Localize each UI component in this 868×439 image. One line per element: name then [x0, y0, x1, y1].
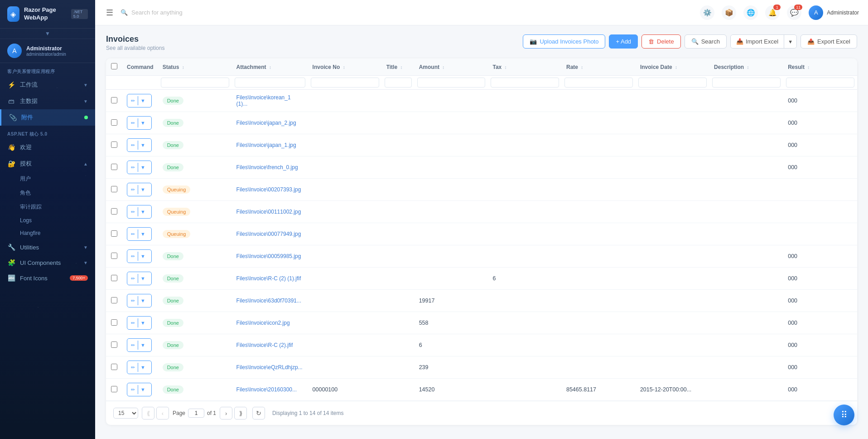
col-rate[interactable]: Rate ↕ — [562, 59, 636, 76]
add-button[interactable]: + Add — [609, 34, 638, 49]
dropdown-arrow-icon[interactable]: ▼ — [138, 118, 148, 127]
row-checkbox[interactable] — [111, 208, 117, 215]
page-number-input[interactable] — [188, 409, 204, 418]
fab-button[interactable]: ⠿ — [834, 405, 854, 425]
menu-toggle-button[interactable]: ☰ — [104, 6, 115, 20]
sidebar-item-roles[interactable]: 角色 — [0, 186, 95, 200]
next-page-button[interactable]: › — [220, 407, 232, 419]
first-page-button[interactable]: ⟪ — [142, 407, 154, 419]
last-page-button[interactable]: ⟫ — [234, 407, 247, 419]
row-checkbox[interactable] — [111, 119, 117, 126]
upload-invoices-button[interactable]: 📷 Upload Invoices Photo — [523, 34, 605, 49]
settings-button[interactable]: ⚙️ — [700, 5, 714, 20]
dropdown-arrow-icon[interactable]: ▼ — [138, 229, 148, 239]
sidebar-item-hangfire[interactable]: Hangfire — [0, 227, 95, 239]
search-button[interactable]: 🔍 Search — [685, 34, 727, 49]
messages-button[interactable]: 💬 11 — [787, 5, 801, 20]
edit-button[interactable]: ✏ ▼ — [127, 227, 152, 241]
row-checkbox[interactable] — [111, 141, 117, 148]
edit-button[interactable]: ✏ ▼ — [127, 361, 152, 374]
edit-button[interactable]: ✏ ▼ — [127, 183, 152, 196]
page-size-select[interactable]: 15 25 50 100 — [113, 408, 138, 419]
notifications-button[interactable]: 🔔 1 — [765, 5, 780, 20]
row-checkbox[interactable] — [111, 275, 117, 281]
delete-button[interactable]: 🗑 Delete — [641, 34, 681, 49]
col-invoice-date[interactable]: Invoice Date ↕ — [636, 59, 709, 76]
cube-button[interactable]: 📦 — [722, 5, 736, 20]
edit-button[interactable]: ✏ ▼ — [127, 316, 152, 330]
edit-button[interactable]: ✏ ▼ — [127, 383, 152, 396]
edit-button[interactable]: ✏ ▼ — [127, 294, 152, 307]
sidebar-item-master-data[interactable]: 🗃 主数据 ▼ — [0, 93, 95, 109]
dropdown-arrow-icon[interactable]: ▼ — [138, 96, 148, 105]
filter-amount-input[interactable] — [417, 78, 486, 88]
sidebar-item-auth[interactable]: 🔐 授权 ▲ — [0, 156, 95, 172]
edit-button[interactable]: ✏ ▼ — [127, 338, 152, 352]
row-checkbox[interactable] — [111, 319, 117, 326]
row-invoice-date — [636, 268, 709, 290]
edit-button[interactable]: ✏ ▼ — [127, 249, 152, 263]
user-menu[interactable]: A Administrator — [809, 5, 859, 20]
filter-description-input[interactable] — [712, 78, 781, 88]
col-status[interactable]: Status ↕ — [158, 59, 232, 76]
col-attachment[interactable]: Attachment ↕ — [232, 59, 308, 76]
col-description[interactable]: Description ↕ — [709, 59, 783, 76]
filter-date-input[interactable] — [638, 78, 707, 88]
sidebar-item-attachment[interactable]: 📎 附件 — [0, 109, 95, 126]
filter-result-input[interactable] — [786, 78, 854, 88]
filter-tax-input[interactable] — [491, 78, 559, 88]
filter-title-input[interactable] — [385, 78, 412, 88]
row-checkbox[interactable] — [111, 386, 117, 392]
edit-button[interactable]: ✏ ▼ — [127, 161, 152, 174]
edit-button[interactable]: ✏ ▼ — [127, 138, 152, 152]
dropdown-arrow-icon[interactable]: ▼ — [138, 296, 148, 305]
select-all-checkbox[interactable] — [111, 63, 117, 69]
col-result[interactable]: Result ↕ — [783, 59, 857, 76]
language-button[interactable]: 🌐 — [743, 5, 758, 20]
sidebar-item-users[interactable]: 用户 — [0, 172, 95, 186]
edit-button[interactable]: ✏ ▼ — [127, 205, 152, 219]
refresh-button[interactable]: ↻ — [252, 407, 265, 419]
dropdown-arrow-icon[interactable]: ▼ — [138, 274, 148, 283]
dropdown-arrow-icon[interactable]: ▼ — [138, 385, 148, 394]
dropdown-arrow-icon[interactable]: ▼ — [138, 163, 148, 172]
edit-button[interactable]: ✏ ▼ — [127, 272, 152, 285]
row-checkbox[interactable] — [111, 297, 117, 303]
filter-attachment-input[interactable] — [235, 78, 305, 88]
import-excel-dropdown[interactable]: ▼ — [784, 35, 796, 48]
col-invoice-no[interactable]: Invoice No ↕ — [308, 59, 382, 76]
sidebar-item-font-icons[interactable]: 🔤 Font Icons 7,500+ — [0, 270, 95, 286]
export-excel-button[interactable]: 📤 Export Excel — [800, 34, 857, 49]
filter-status-input[interactable] — [161, 78, 229, 88]
sidebar-item-logs[interactable]: Logs — [0, 214, 95, 227]
edit-button[interactable]: ✏ ▼ — [127, 94, 152, 107]
sidebar-item-audit[interactable]: 审计跟踪 — [0, 200, 95, 214]
row-checkbox[interactable] — [111, 186, 117, 192]
filter-invoice-no-input[interactable] — [311, 78, 379, 88]
prev-page-button[interactable]: ‹ — [156, 407, 169, 419]
dropdown-arrow-icon[interactable]: ▼ — [138, 318, 148, 327]
col-title[interactable]: Title ↕ — [382, 59, 415, 76]
sidebar-item-welcome[interactable]: 👋 欢迎 — [0, 139, 95, 156]
dropdown-arrow-icon[interactable]: ▼ — [138, 141, 148, 150]
dropdown-arrow-icon[interactable]: ▼ — [138, 185, 148, 194]
col-amount[interactable]: Amount ↕ — [415, 59, 488, 76]
sidebar-toggle[interactable]: ▼ — [0, 29, 95, 39]
dropdown-arrow-icon[interactable]: ▼ — [138, 363, 148, 372]
dropdown-arrow-icon[interactable]: ▼ — [138, 341, 148, 350]
row-checkbox[interactable] — [111, 253, 117, 259]
row-checkbox[interactable] — [111, 164, 117, 170]
filter-rate-input[interactable] — [564, 78, 633, 88]
row-checkbox[interactable] — [111, 364, 117, 370]
sidebar-item-workflow[interactable]: ⚡ 工作流 ▼ — [0, 77, 95, 93]
row-checkbox[interactable] — [111, 230, 117, 237]
dropdown-arrow-icon[interactable]: ▼ — [138, 207, 148, 216]
row-checkbox[interactable] — [111, 341, 117, 348]
sidebar-item-utilities[interactable]: 🔧 Utilities ▼ — [0, 239, 95, 255]
edit-button[interactable]: ✏ ▼ — [127, 116, 152, 130]
import-excel-button[interactable]: 📥 Import Excel — [731, 35, 784, 48]
col-tax[interactable]: Tax ↕ — [488, 59, 562, 76]
row-checkbox[interactable] — [111, 97, 117, 103]
sidebar-item-ui-components[interactable]: 🧩 UI Components ▼ — [0, 255, 95, 270]
dropdown-arrow-icon[interactable]: ▼ — [138, 252, 148, 261]
